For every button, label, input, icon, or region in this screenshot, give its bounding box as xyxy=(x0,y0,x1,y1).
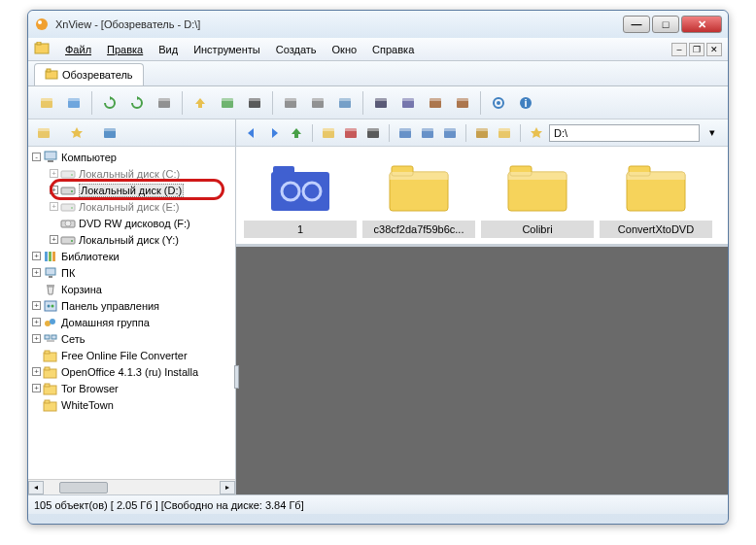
minimize-button[interactable]: — xyxy=(623,16,650,33)
scroll-right-button[interactable]: ▸ xyxy=(220,481,235,494)
view-list-icon[interactable] xyxy=(418,123,437,143)
expand-icon[interactable]: + xyxy=(32,367,41,376)
convert2-icon[interactable] xyxy=(450,90,475,116)
tree-item[interactable]: +Локальный диск (C:) xyxy=(28,165,235,182)
tree-h-scrollbar[interactable]: ◂ ▸ xyxy=(28,479,235,494)
open-icon[interactable] xyxy=(34,90,59,116)
tree-item[interactable]: Free Online File Converter xyxy=(28,347,235,363)
collapse-icon[interactable]: - xyxy=(32,153,41,161)
folder-out-icon[interactable] xyxy=(215,90,240,116)
camera-icon[interactable] xyxy=(368,90,394,116)
cut-icon[interactable] xyxy=(341,123,361,143)
delete-icon[interactable] xyxy=(363,123,383,143)
thumbs-area[interactable]: 1c38cf2da7f59b6c...ColibriConvertXtoDVD xyxy=(236,147,728,244)
close-button[interactable]: ✕ xyxy=(681,16,722,33)
expand-icon[interactable]: + xyxy=(50,235,58,244)
tree-item[interactable]: +Панель управления xyxy=(28,297,235,314)
print-icon[interactable] xyxy=(278,90,303,116)
tree-item[interactable]: DVD RW дисковод (F:) xyxy=(28,215,235,231)
menu-create[interactable]: Создать xyxy=(268,42,325,57)
new-folder-icon[interactable] xyxy=(319,123,338,143)
tree-item[interactable]: +Домашняя группа xyxy=(28,314,235,330)
expand-icon[interactable]: + xyxy=(50,202,58,211)
view-icons-icon[interactable] xyxy=(395,123,415,143)
path-dropdown-button[interactable]: ▾ xyxy=(703,123,722,143)
mdi-close-button[interactable]: ✕ xyxy=(706,43,722,56)
tree-item[interactable]: +Библиотеки xyxy=(28,248,235,264)
thumbnail-item[interactable]: Colibri xyxy=(481,153,594,238)
expand-icon[interactable]: + xyxy=(32,384,41,392)
tree-item[interactable]: WhiteTown xyxy=(28,396,235,413)
mdi-restore-button[interactable]: ❐ xyxy=(689,43,704,56)
expand-icon[interactable]: + xyxy=(32,301,41,310)
browser-icon[interactable] xyxy=(61,90,86,116)
star-icon[interactable] xyxy=(527,123,546,143)
menu-view[interactable]: Вид xyxy=(151,42,186,57)
menu-help[interactable]: Справка xyxy=(364,42,422,57)
thumbnail-item[interactable]: 1 xyxy=(244,153,357,238)
svg-rect-3 xyxy=(37,42,41,45)
forward-icon[interactable] xyxy=(264,123,284,143)
back-icon[interactable] xyxy=(242,123,261,143)
scroll-thumb[interactable] xyxy=(59,482,108,494)
preview-area[interactable] xyxy=(236,244,728,494)
expand-icon[interactable]: + xyxy=(32,268,41,277)
expand-icon[interactable]: + xyxy=(32,318,41,326)
tab-browser[interactable]: Обозреватель xyxy=(34,63,144,85)
expand-icon[interactable]: + xyxy=(32,334,41,343)
filter-icon[interactable] xyxy=(472,123,492,143)
thumbnail-item[interactable]: ConvertXtoDVD xyxy=(600,153,712,238)
config-icon[interactable] xyxy=(486,90,511,116)
print2-icon[interactable] xyxy=(305,90,330,116)
expand-icon[interactable]: + xyxy=(50,186,58,194)
refresh-icon[interactable] xyxy=(97,90,122,116)
info-icon[interactable]: i xyxy=(513,90,538,116)
categories-icon[interactable] xyxy=(100,123,120,143)
copy-icon[interactable] xyxy=(332,90,358,116)
svg-rect-25 xyxy=(402,98,414,101)
svg-rect-23 xyxy=(375,98,387,101)
svg-rect-27 xyxy=(430,98,441,101)
sort-icon[interactable] xyxy=(440,123,460,143)
convert-icon[interactable] xyxy=(423,90,448,116)
tree-item[interactable]: +Локальный диск (D:) xyxy=(28,182,235,198)
folder-icon xyxy=(362,153,475,221)
scroll-left-button[interactable]: ◂ xyxy=(28,481,44,494)
refresh2-icon[interactable] xyxy=(124,90,150,116)
tree-item[interactable]: +Сеть xyxy=(28,330,235,347)
folder-up-icon[interactable] xyxy=(188,90,213,116)
binoculars-icon[interactable] xyxy=(242,90,267,116)
svg-point-31 xyxy=(497,101,500,105)
settings-icon[interactable] xyxy=(152,90,177,116)
expand-icon[interactable]: + xyxy=(50,169,58,178)
tree-item[interactable]: -Компьютер xyxy=(28,149,235,165)
splitter-grip[interactable] xyxy=(234,365,239,389)
tree-item-label: ПК xyxy=(61,267,75,279)
favorite-star-icon[interactable] xyxy=(67,123,86,143)
slideshow-icon[interactable] xyxy=(395,90,421,116)
menu-file[interactable]: Файл xyxy=(57,42,99,57)
tree-item[interactable]: +ПК xyxy=(28,264,235,281)
tree-scroll[interactable]: -Компьютер+Локальный диск (C:)+Локальный… xyxy=(28,147,235,479)
thumbnail-item[interactable]: c38cf2da7f59b6c... xyxy=(362,153,475,238)
favorites-icon[interactable] xyxy=(495,123,514,143)
thumbnail-label: 1 xyxy=(244,221,357,238)
up-icon[interactable] xyxy=(287,123,306,143)
tree-item[interactable]: +OpenOffice 4.1.3 (ru) Installa xyxy=(28,363,235,380)
menu-app-icon xyxy=(34,42,53,57)
mdi-minimize-button[interactable]: – xyxy=(671,43,687,56)
tree-item[interactable]: +Tor Browser xyxy=(28,380,235,396)
path-input[interactable] xyxy=(549,124,700,142)
svg-point-74 xyxy=(52,304,54,307)
tree-item[interactable]: Корзина xyxy=(28,281,235,297)
menu-tools[interactable]: Инструменты xyxy=(186,42,268,57)
tree-item[interactable]: +Локальный диск (Y:) xyxy=(28,231,235,248)
menu-edit[interactable]: Правка xyxy=(99,42,151,57)
tree-item[interactable]: +Локальный диск (E:) xyxy=(28,198,235,215)
titlebar[interactable]: XnView - [Обозреватель - D:\] — □ ✕ xyxy=(28,11,728,38)
expand-icon[interactable]: + xyxy=(32,252,41,260)
tree-mode-icon[interactable] xyxy=(34,123,53,143)
window-title: XnView - [Обозреватель - D:\] xyxy=(55,18,623,30)
menu-window[interactable]: Окно xyxy=(325,42,365,57)
maximize-button[interactable]: □ xyxy=(652,16,679,33)
